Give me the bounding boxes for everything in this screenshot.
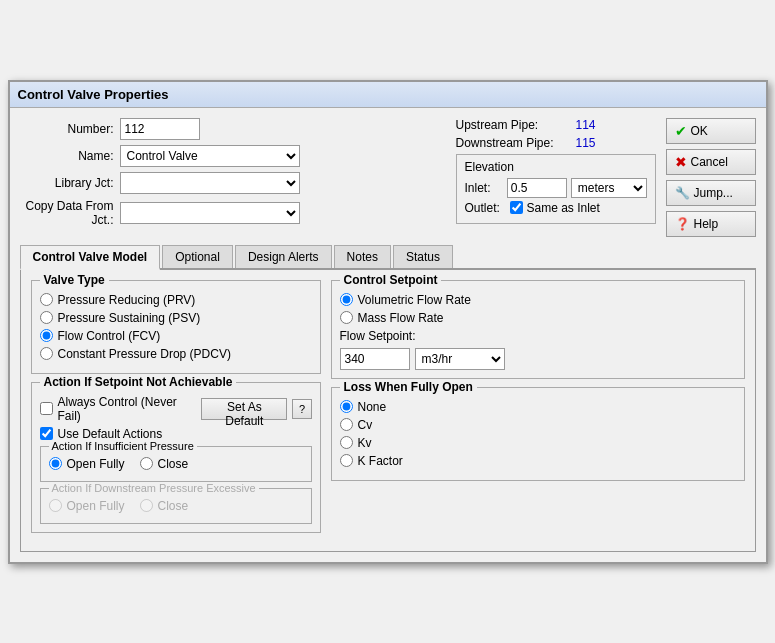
help-button[interactable]: ❓ Help	[666, 211, 756, 237]
none-label: None	[358, 400, 387, 414]
always-control-row: Always Control (Never Fail) Set As Defau…	[40, 395, 312, 423]
use-default-row: Use Default Actions	[40, 427, 312, 441]
close-radio[interactable]	[140, 457, 153, 470]
middle-fields: Upstream Pipe: 114 Downstream Pipe: 115 …	[456, 118, 656, 237]
flow-setpoint-label: Flow Setpoint:	[340, 329, 736, 343]
flow-unit-select[interactable]: m3/hr L/s	[415, 348, 505, 370]
loss-fully-open-content: None Cv Kv	[340, 400, 736, 468]
number-label: Number:	[20, 122, 120, 136]
inlet-input[interactable]	[507, 178, 567, 198]
inlet-unit-select[interactable]: meters feet	[571, 178, 647, 198]
inlet-row: Inlet: meters feet	[465, 178, 647, 198]
control-setpoint-title: Control Setpoint	[340, 273, 442, 287]
insufficient-pressure-group: Action If Insufficient Pressure Open Ful…	[40, 446, 312, 482]
top-section: Number: Name: Control Valve Library Jct:	[20, 118, 756, 237]
psv-radio[interactable]	[40, 311, 53, 324]
flow-setpoint-input[interactable]	[340, 348, 410, 370]
downstream-pressure-content: Open Fully Close	[49, 499, 303, 513]
dialog-body: Number: Name: Control Valve Library Jct:	[10, 108, 766, 562]
prv-radio[interactable]	[40, 293, 53, 306]
always-control-checkbox[interactable]	[40, 402, 53, 415]
downstream-pressure-group: Action If Downstream Pressure Excessive …	[40, 488, 312, 524]
outlet-label: Outlet:	[465, 201, 510, 215]
fcv-radio[interactable]	[40, 329, 53, 342]
cv-label: Cv	[358, 418, 373, 432]
name-select[interactable]: Control Valve	[120, 145, 300, 167]
downstream-value: 115	[576, 136, 596, 150]
downstream-row: Downstream Pipe: 115	[456, 136, 656, 150]
volumetric-row: Volumetric Flow Rate	[340, 293, 736, 307]
insufficient-pressure-title: Action If Insufficient Pressure	[49, 440, 197, 452]
open-fully-label: Open Fully	[67, 457, 125, 471]
left-panel: Valve Type Pressure Reducing (PRV) Press…	[31, 280, 321, 541]
prv-label: Pressure Reducing (PRV)	[58, 293, 196, 307]
loss-fully-open-title: Loss When Fully Open	[340, 380, 477, 394]
left-fields: Number: Name: Control Valve Library Jct:	[20, 118, 446, 237]
jump-label: Jump...	[694, 186, 733, 200]
fcv-label: Flow Control (FCV)	[58, 329, 161, 343]
upstream-row: Upstream Pipe: 114	[456, 118, 656, 132]
upstream-label: Upstream Pipe:	[456, 118, 576, 132]
mass-flow-row: Mass Flow Rate	[340, 311, 736, 325]
always-control-label: Always Control (Never Fail)	[58, 395, 197, 423]
tab-design-alerts[interactable]: Design Alerts	[235, 245, 332, 268]
use-default-label: Use Default Actions	[58, 427, 163, 441]
right-buttons: ✔ OK ✖ Cancel 🔧 Jump... ❓ Help	[666, 118, 756, 237]
action-setpoint-title: Action If Setpoint Not Achievable	[40, 375, 237, 389]
kv-radio[interactable]	[340, 436, 353, 449]
none-row: None	[340, 400, 736, 414]
k-factor-radio[interactable]	[340, 454, 353, 467]
k-factor-label: K Factor	[358, 454, 403, 468]
cancel-label: Cancel	[691, 155, 728, 169]
copy-data-row: Copy Data From Jct.:	[20, 199, 446, 227]
same-as-inlet-container: Same as Inlet	[510, 201, 600, 215]
name-row: Name: Control Valve	[20, 145, 446, 167]
cancel-icon: ✖	[675, 154, 687, 170]
use-default-checkbox[interactable]	[40, 427, 53, 440]
help-q-button[interactable]: ?	[292, 399, 311, 419]
tab-bar: Control Valve Model Optional Design Aler…	[20, 245, 756, 270]
valve-type-title: Valve Type	[40, 273, 109, 287]
open-fully-radio[interactable]	[49, 457, 62, 470]
pdcv-radio[interactable]	[40, 347, 53, 360]
kv-row: Kv	[340, 436, 736, 450]
same-as-inlet-checkbox[interactable]	[510, 201, 523, 214]
help-icon: ❓	[675, 217, 690, 231]
psv-label: Pressure Sustaining (PSV)	[58, 311, 201, 325]
title-bar: Control Valve Properties	[10, 82, 766, 108]
upstream-value: 114	[576, 118, 596, 132]
none-radio[interactable]	[340, 400, 353, 413]
downstream-open-fully-row: Open Fully Close	[49, 499, 303, 513]
tab-notes[interactable]: Notes	[334, 245, 391, 268]
downstream-open-fully-label: Open Fully	[67, 499, 125, 513]
close-label: Close	[158, 457, 189, 471]
mass-flow-label: Mass Flow Rate	[358, 311, 444, 325]
ok-icon: ✔	[675, 123, 687, 139]
library-jct-select[interactable]	[120, 172, 300, 194]
jump-button[interactable]: 🔧 Jump...	[666, 180, 756, 206]
help-label: Help	[694, 217, 719, 231]
tab-status[interactable]: Status	[393, 245, 453, 268]
control-setpoint-group: Control Setpoint Volumetric Flow Rate Ma…	[331, 280, 745, 379]
tab-optional[interactable]: Optional	[162, 245, 233, 268]
volumetric-radio[interactable]	[340, 293, 353, 306]
pdcv-label: Constant Pressure Drop (PDCV)	[58, 347, 231, 361]
set-as-default-button[interactable]: Set As Default	[201, 398, 287, 420]
insufficient-pressure-content: Open Fully Close	[49, 457, 303, 471]
same-as-inlet-label: Same as Inlet	[527, 201, 600, 215]
psv-row: Pressure Sustaining (PSV)	[40, 311, 312, 325]
cancel-button[interactable]: ✖ Cancel	[666, 149, 756, 175]
tabs-container: Control Valve Model Optional Design Aler…	[20, 245, 756, 552]
tab-control-valve-model[interactable]: Control Valve Model	[20, 245, 161, 270]
jump-icon: 🔧	[675, 186, 690, 200]
number-input[interactable]	[120, 118, 200, 140]
pdcv-row: Constant Pressure Drop (PDCV)	[40, 347, 312, 361]
copy-data-select[interactable]	[120, 202, 300, 224]
ok-button[interactable]: ✔ OK	[666, 118, 756, 144]
cv-radio[interactable]	[340, 418, 353, 431]
fcv-row: Flow Control (FCV)	[40, 329, 312, 343]
open-fully-row: Open Fully Close	[49, 457, 303, 471]
control-setpoint-content: Volumetric Flow Rate Mass Flow Rate Flow…	[340, 293, 736, 370]
mass-flow-radio[interactable]	[340, 311, 353, 324]
ok-label: OK	[691, 124, 708, 138]
